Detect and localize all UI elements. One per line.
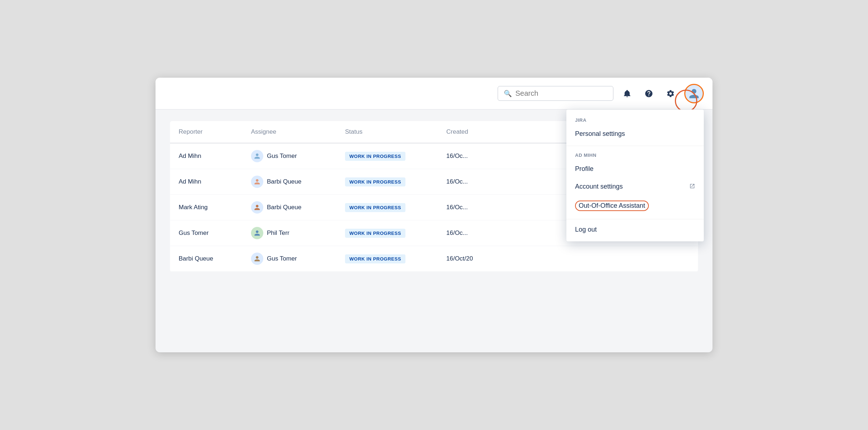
help-icon[interactable]: [641, 86, 657, 102]
search-box[interactable]: 🔍: [498, 86, 613, 101]
account-settings-item[interactable]: Account settings: [566, 178, 704, 195]
created-cell: 16/Oc...: [446, 229, 511, 237]
table-row[interactable]: Barbi Queue Gus Tomer WORK IN PROGRESS 1…: [170, 246, 698, 272]
dropdown-section-ad-mihn: AD MIHN: [566, 149, 704, 160]
created-cell: 16/Oc...: [446, 204, 511, 211]
created-cell: 16/Oc...: [446, 152, 511, 160]
reporter-cell: Barbi Queue: [179, 255, 251, 262]
logout-item[interactable]: Log out: [566, 222, 704, 238]
external-link-icon: [689, 183, 695, 190]
reporter-cell: Ad Mihn: [179, 152, 251, 160]
created-cell: 16/Oct/20: [446, 255, 511, 262]
avatar: [251, 227, 263, 239]
assignee-cell: Barbi Queue: [251, 176, 345, 188]
col-created-label: Created: [446, 128, 511, 136]
dropdown-divider: [566, 146, 704, 146]
status-cell: WORK IN PROGRESS: [345, 203, 446, 212]
out-of-office-label: Out-Of-Office Assistant: [575, 201, 649, 211]
personal-settings-item[interactable]: Personal settings: [566, 125, 704, 143]
assignee-cell: Gus Tomer: [251, 253, 345, 265]
created-cell: 16/Oc...: [446, 178, 511, 185]
status-cell: WORK IN PROGRESS: [345, 229, 446, 238]
col-reporter-label: Reporter: [179, 128, 251, 136]
user-avatar-button[interactable]: [684, 84, 704, 103]
avatar: [251, 201, 263, 214]
avatar-container: [684, 84, 704, 103]
col-assignee-label: Assignee: [251, 128, 345, 136]
app-window: 🔍: [156, 78, 712, 352]
reporter-cell: Mark Ating: [179, 204, 251, 211]
notifications-icon[interactable]: [619, 86, 635, 102]
assignee-cell: Gus Tomer: [251, 150, 345, 162]
out-of-office-item[interactable]: Out-Of-Office Assistant: [566, 195, 704, 216]
col-status-label: Status: [345, 128, 446, 136]
assignee-cell: Phil Terr: [251, 227, 345, 239]
status-badge: WORK IN PROGRESS: [345, 229, 405, 238]
search-icon: 🔍: [504, 90, 512, 98]
avatar: [251, 253, 263, 265]
dropdown-divider: [566, 219, 704, 219]
status-cell: WORK IN PROGRESS: [345, 177, 446, 186]
header: 🔍: [156, 78, 712, 109]
status-badge: WORK IN PROGRESS: [345, 254, 405, 263]
avatar: [251, 176, 263, 188]
user-dropdown-menu: JIRA Personal settings AD MIHN Profile A…: [566, 109, 704, 241]
reporter-cell: Gus Tomer: [179, 229, 251, 237]
search-input[interactable]: [515, 89, 607, 98]
assignee-cell: Barbi Queue: [251, 201, 345, 214]
dropdown-section-jira: JIRA: [566, 114, 704, 125]
status-badge: WORK IN PROGRESS: [345, 203, 405, 212]
status-badge: WORK IN PROGRESS: [345, 152, 405, 161]
profile-item[interactable]: Profile: [566, 160, 704, 178]
reporter-cell: Ad Mihn: [179, 178, 251, 185]
status-cell: WORK IN PROGRESS: [345, 254, 446, 263]
settings-icon[interactable]: [663, 86, 678, 102]
status-cell: WORK IN PROGRESS: [345, 152, 446, 161]
status-badge: WORK IN PROGRESS: [345, 177, 405, 186]
avatar: [251, 150, 263, 162]
